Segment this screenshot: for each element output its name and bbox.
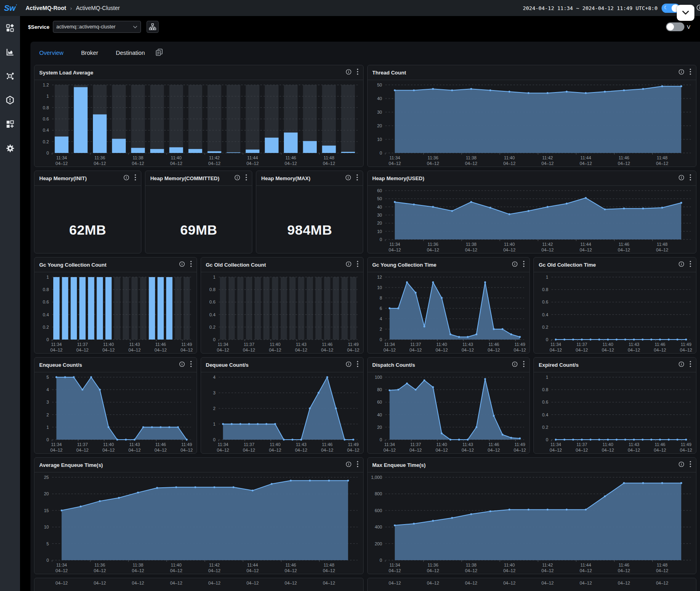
more-menu-icon[interactable] [690, 68, 691, 76]
gc-young-count-chart[interactable]: 00.20.40.60.8111:3404–1211:3704–1211:400… [34, 272, 197, 353]
service-select[interactable]: activemq::activemq-cluster [53, 21, 141, 33]
svg-text:3: 3 [46, 400, 49, 404]
svg-text:04–12: 04–12 [103, 348, 115, 352]
svg-text:11:40: 11:40 [436, 442, 447, 447]
gc-young-time-chart[interactable]: 02468101211:3404–1211:3704–1211:4004–121… [368, 272, 530, 353]
info-icon[interactable] [179, 361, 185, 369]
info-icon[interactable] [179, 261, 185, 269]
info-icon[interactable] [696, 4, 700, 12]
info-icon[interactable] [346, 361, 352, 369]
more-menu-icon[interactable] [135, 174, 136, 182]
svg-text:04–12: 04–12 [383, 348, 396, 352]
more-menu-icon[interactable] [523, 361, 525, 369]
sidebar-item-topology[interactable] [0, 64, 20, 88]
system-load-chart[interactable]: 00.20.40.60.811.211:3404–1211:3604–1211:… [34, 80, 363, 167]
sidebar-item-alerts[interactable] [0, 88, 20, 112]
breadcrumb-current: ActiveMQ-Cluster [76, 5, 120, 11]
svg-text:11:46: 11:46 [286, 563, 296, 567]
svg-text:04–12: 04–12 [487, 448, 500, 452]
more-menu-icon[interactable] [690, 174, 691, 182]
thread-count-chart[interactable]: 0102030405011:3404–1211:3604–1211:3804–1… [368, 80, 696, 167]
sidebar-item-settings[interactable] [0, 136, 20, 160]
more-menu-icon[interactable] [357, 68, 358, 76]
svg-text:11:49: 11:49 [181, 442, 192, 447]
panel-heap-used: Heap Memory(USED) 010203040506011:3404–1… [367, 171, 697, 253]
expired-rate-chart[interactable]: 00.20.40.60.8111:3404–1211:3704–1211:400… [534, 372, 696, 453]
copy-dashboard-icon[interactable] [155, 48, 163, 58]
more-menu-icon[interactable] [245, 174, 247, 182]
panel-title: Heap Memory(USED) [372, 175, 679, 181]
more-menu-icon[interactable] [690, 361, 691, 369]
svg-text:11:34: 11:34 [551, 342, 561, 347]
svg-text:04–12: 04–12 [579, 581, 592, 585]
svg-text:11:34: 11:34 [384, 342, 395, 347]
info-icon[interactable] [678, 69, 684, 76]
collapse-panel-button[interactable] [677, 5, 694, 21]
info-icon[interactable] [346, 261, 352, 269]
panel-gc-old-time: Gc Old Collection Time 00.20.40.60.8111:… [533, 257, 696, 354]
svg-text:400: 400 [374, 525, 382, 529]
svg-text:11:44: 11:44 [580, 155, 591, 160]
skywalking-logo[interactable]: Sw’ [0, 4, 21, 13]
more-menu-icon[interactable] [190, 361, 192, 369]
svg-text:11:37: 11:37 [243, 342, 254, 347]
sidebar-item-dashboards[interactable] [0, 16, 20, 40]
svg-text:04–12: 04–12 [409, 348, 422, 352]
sidebar-item-charts[interactable] [0, 40, 20, 64]
svg-text:04–12: 04–12 [170, 161, 183, 166]
dispatch-rate-chart[interactable]: 02040608010011:3404–1211:3704–1211:4004–… [368, 372, 530, 453]
avg-enqueue-time-chart[interactable]: 051015202511:3404–1211:3604–1211:3804–12… [34, 472, 363, 574]
svg-text:0: 0 [379, 151, 382, 155]
more-menu-icon[interactable] [190, 261, 192, 269]
svg-text:04–12: 04–12 [656, 161, 668, 166]
more-menu-icon[interactable] [357, 461, 358, 469]
svg-text:0.6: 0.6 [542, 300, 548, 304]
info-icon[interactable] [678, 261, 684, 269]
tab-broker[interactable]: Broker [81, 50, 98, 56]
svg-text:0.8: 0.8 [43, 287, 49, 292]
svg-text:04–12: 04–12 [435, 448, 448, 452]
svg-text:11:36: 11:36 [95, 563, 105, 567]
svg-text:1: 1 [46, 425, 49, 430]
sidebar-item-new-dashboard[interactable] [0, 112, 20, 136]
more-menu-icon[interactable] [690, 261, 691, 269]
info-icon[interactable] [678, 361, 684, 369]
info-icon[interactable] [678, 175, 684, 182]
gc-old-time-chart[interactable]: 00.20.40.60.8111:3404–1211:3704–1211:400… [534, 272, 696, 353]
info-icon[interactable] [346, 461, 352, 469]
max-enqueue-time-chart[interactable]: 02004006008001,00011:3404–1211:3604–1211… [368, 472, 696, 574]
gc-old-count-chart[interactable]: 00.20.40.60.8111:3404–1211:3704–1211:400… [201, 272, 363, 353]
info-icon[interactable] [234, 175, 240, 182]
more-menu-icon[interactable] [523, 261, 525, 269]
more-menu-icon[interactable] [357, 261, 358, 269]
enqueue-rate-chart[interactable]: 01234511:3404–1211:3704–1211:4004–1211:4… [34, 372, 197, 453]
info-icon[interactable] [512, 361, 518, 369]
service-topology-button[interactable] [147, 21, 159, 33]
info-icon[interactable] [345, 175, 351, 182]
svg-text:04–12: 04–12 [388, 161, 401, 166]
tab-destination[interactable]: Destination [116, 50, 145, 56]
more-menu-icon[interactable] [357, 361, 358, 369]
svg-text:2: 2 [379, 327, 382, 332]
svg-text:04–12: 04–12 [170, 568, 183, 573]
tab-overview[interactable]: Overview [39, 50, 63, 56]
heap-used-chart[interactable]: 010203040506011:3404–1211:3604–1211:3804… [368, 186, 696, 253]
info-icon[interactable] [123, 175, 129, 182]
more-menu-icon[interactable] [690, 461, 691, 469]
info-icon[interactable] [512, 261, 518, 269]
info-icon[interactable] [678, 461, 684, 469]
dequeue-rate-chart[interactable]: 0123411:3404–1211:3704–1211:4004–1211:43… [201, 372, 363, 453]
panel-clipped-right: 04–1204–1204–1204–1204–1204–1204–1204–12 [367, 578, 697, 591]
svg-text:11:49: 11:49 [514, 442, 525, 447]
info-icon[interactable] [346, 69, 352, 76]
svg-text:04–12: 04–12 [285, 161, 297, 166]
view-toggle[interactable] [666, 22, 684, 31]
svg-text:04–12: 04–12 [465, 568, 477, 573]
svg-text:04–12: 04–12 [628, 448, 640, 452]
svg-text:11:37: 11:37 [577, 342, 587, 347]
svg-text:20: 20 [377, 123, 382, 128]
breadcrumb-root[interactable]: ActiveMQ-Root [26, 5, 66, 11]
svg-text:04–12: 04–12 [654, 348, 666, 352]
more-menu-icon[interactable] [356, 174, 358, 182]
time-range[interactable]: 2024-04-12 11:34 ~ 2024-04-12 11:49 UTC+… [523, 5, 658, 11]
